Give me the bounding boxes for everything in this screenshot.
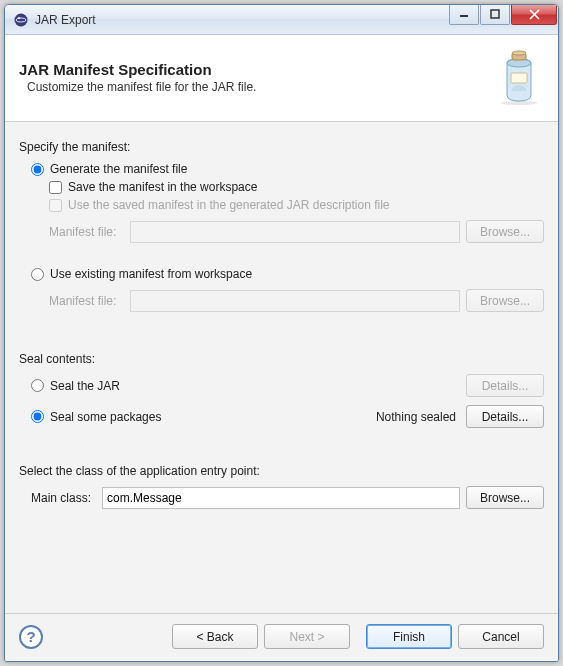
next-button: Next > [264, 624, 350, 649]
minimize-button[interactable] [449, 5, 479, 25]
use-existing-manifest-radio[interactable] [31, 268, 44, 281]
use-saved-manifest-label: Use the saved manifest in the generated … [68, 198, 390, 212]
dialog-window: JAR Export JAR Manifest Specification Cu… [4, 4, 559, 662]
button-bar: ? < Back Next > Finish Cancel [5, 613, 558, 661]
manifest-browse-button-2: Browse... [466, 289, 544, 312]
title-bar[interactable]: JAR Export [5, 5, 558, 35]
svg-point-2 [18, 16, 21, 19]
manifest-browse-button-1: Browse... [466, 220, 544, 243]
seal-jar-details-button: Details... [466, 374, 544, 397]
page-subtitle: Customize the manifest file for the JAR … [19, 80, 494, 94]
generate-manifest-option[interactable]: Generate the manifest file [31, 162, 544, 176]
wizard-content: Specify the manifest: Generate the manif… [5, 122, 558, 613]
main-class-label: Main class: [31, 491, 96, 505]
save-manifest-label: Save the manifest in the workspace [68, 180, 257, 194]
seal-jar-radio[interactable] [31, 379, 44, 392]
manifest-file-input-1 [130, 221, 460, 243]
jar-icon [494, 47, 544, 107]
page-title: JAR Manifest Specification [19, 61, 494, 78]
use-saved-manifest-checkbox [49, 199, 62, 212]
svg-point-10 [512, 51, 526, 55]
main-class-input[interactable] [102, 487, 460, 509]
eclipse-icon [13, 12, 29, 28]
seal-contents-label: Seal contents: [19, 352, 544, 366]
seal-jar-label: Seal the JAR [50, 379, 120, 393]
manifest-file-label-2: Manifest file: [49, 294, 124, 308]
seal-some-status: Nothing sealed [376, 410, 456, 424]
manifest-file-input-2 [130, 290, 460, 312]
use-saved-manifest-option: Use the saved manifest in the generated … [49, 198, 544, 212]
svg-rect-11 [511, 73, 527, 83]
main-class-browse-button[interactable]: Browse... [466, 486, 544, 509]
use-existing-manifest-option[interactable]: Use existing manifest from workspace [31, 267, 544, 281]
save-manifest-checkbox[interactable] [49, 181, 62, 194]
back-button[interactable]: < Back [172, 624, 258, 649]
seal-some-radio[interactable] [31, 410, 44, 423]
window-controls [448, 5, 558, 25]
window-title: JAR Export [35, 13, 448, 27]
close-button[interactable] [511, 5, 557, 25]
save-manifest-option[interactable]: Save the manifest in the workspace [49, 180, 544, 194]
cancel-button[interactable]: Cancel [458, 624, 544, 649]
svg-point-7 [501, 101, 537, 105]
seal-some-label: Seal some packages [50, 410, 161, 424]
specify-manifest-label: Specify the manifest: [19, 140, 544, 154]
maximize-button[interactable] [480, 5, 510, 25]
wizard-header: JAR Manifest Specification Customize the… [5, 35, 558, 122]
main-class-section-label: Select the class of the application entr… [19, 464, 544, 478]
use-existing-manifest-label: Use existing manifest from workspace [50, 267, 252, 281]
seal-some-details-button[interactable]: Details... [466, 405, 544, 428]
help-icon[interactable]: ? [19, 625, 43, 649]
generate-manifest-radio[interactable] [31, 163, 44, 176]
generate-manifest-label: Generate the manifest file [50, 162, 187, 176]
manifest-file-label-1: Manifest file: [49, 225, 124, 239]
finish-button[interactable]: Finish [366, 624, 452, 649]
svg-rect-4 [491, 10, 499, 18]
